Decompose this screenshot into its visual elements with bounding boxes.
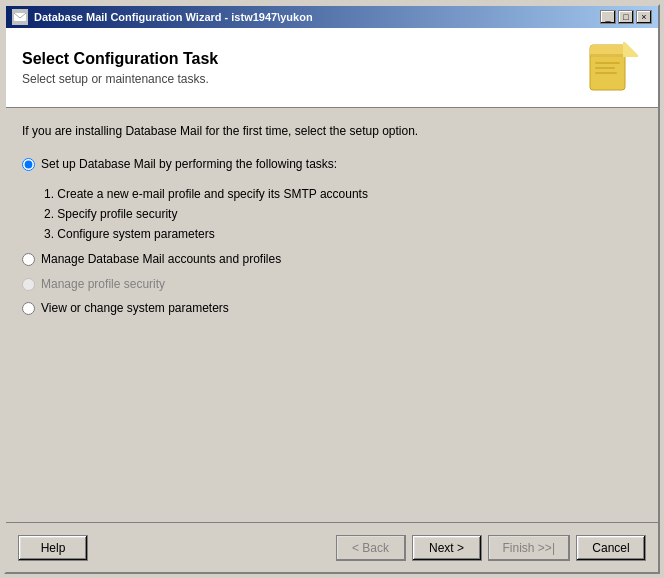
footer-right: < Back Next > Finish >>| Cancel [336,535,646,561]
option1-item: Set up Database Mail by performing the f… [22,156,642,173]
svg-rect-4 [595,62,620,64]
page-subtitle: Select setup or maintenance tasks. [22,72,582,86]
footer-left: Help [18,535,88,561]
sub-item-3: 3. Configure system parameters [44,225,642,243]
option3-label: Manage profile security [41,276,165,293]
svg-rect-3 [590,54,625,57]
option1-label[interactable]: Set up Database Mail by performing the f… [41,156,337,173]
option2-label[interactable]: Manage Database Mail accounts and profil… [41,251,281,268]
radio-group: Set up Database Mail by performing the f… [22,156,642,317]
next-button[interactable]: Next > [412,535,482,561]
option2-radio[interactable] [22,253,35,266]
db-mail-icon [12,9,28,25]
option3-item: Manage profile security [22,276,642,293]
option1-radio[interactable] [22,158,35,171]
help-button[interactable]: Help [18,535,88,561]
title-bar-left: Database Mail Configuration Wizard - ist… [12,9,313,25]
maximize-button[interactable]: □ [618,10,634,24]
sub-item-1: 1. Create a new e-mail profile and speci… [44,185,642,203]
option4-radio[interactable] [22,302,35,315]
svg-rect-5 [595,67,615,69]
option4-item: View or change system parameters [22,300,642,317]
header-section: Select Configuration Task Select setup o… [6,28,658,108]
option4-label[interactable]: View or change system parameters [41,300,229,317]
title-bar: Database Mail Configuration Wizard - ist… [6,6,658,28]
svg-rect-6 [595,72,617,74]
finish-button[interactable]: Finish >>| [488,535,570,561]
option1-subitems: 1. Create a new e-mail profile and speci… [44,185,642,243]
header-text: Select Configuration Task Select setup o… [22,50,582,86]
back-button[interactable]: < Back [336,535,406,561]
header-icon [582,40,642,95]
window-title: Database Mail Configuration Wizard - ist… [34,11,313,23]
svg-marker-8 [623,42,638,57]
title-bar-controls: _ □ × [600,10,652,24]
option2-item: Manage Database Mail accounts and profil… [22,251,642,268]
cancel-button[interactable]: Cancel [576,535,646,561]
info-text: If you are installing Database Mail for … [22,124,642,138]
minimize-button[interactable]: _ [600,10,616,24]
page-title: Select Configuration Task [22,50,582,68]
wizard-window: Database Mail Configuration Wizard - ist… [4,4,660,574]
sub-item-2: 2. Specify profile security [44,205,642,223]
close-button[interactable]: × [636,10,652,24]
option3-radio [22,278,35,291]
content-area: Select Configuration Task Select setup o… [6,28,658,522]
footer: Help < Back Next > Finish >>| Cancel [6,522,658,572]
main-content: If you are installing Database Mail for … [6,108,658,522]
